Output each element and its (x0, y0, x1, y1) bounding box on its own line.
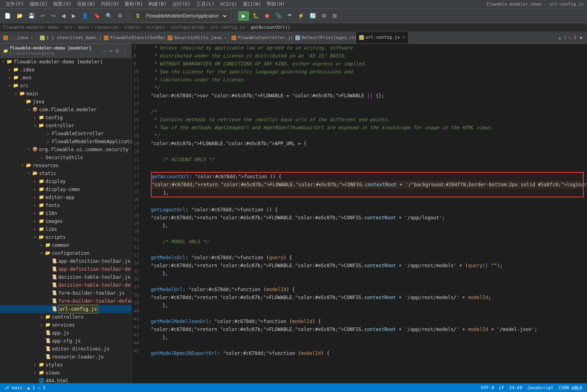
bookmark-btn[interactable]: 🔖 (92, 11, 102, 21)
status-git[interactable]: ⎇ main (4, 385, 22, 390)
tree-item-java[interactable]: 📂java (0, 98, 131, 106)
menu-view[interactable]: 视图(V) (51, 0, 74, 8)
tree-item-resources[interactable]: ▾📂resources (0, 162, 131, 169)
sidebar-more-btn[interactable]: ⋮ (121, 48, 128, 54)
open-btn[interactable]: 📁 (14, 11, 25, 21)
menu-build[interactable]: 构建(B) (146, 0, 169, 8)
tree-arrow-configuration[interactable]: ▾ (38, 249, 45, 257)
back-btn[interactable]: ◀ (59, 11, 68, 21)
tree-item-app-def-toolbar[interactable]: 📜app-definition-toolbar.js (0, 257, 131, 265)
tab-stencilset[interactable]: { } stencilset_bpmn.json × (37, 32, 101, 43)
tab-defaultprivileges[interactable]: DefaultPrivileges.class × (292, 32, 356, 43)
tree-arrow-static[interactable]: ▾ (26, 169, 32, 177)
tree-item-controller[interactable]: ▾📂controller (0, 122, 131, 130)
tree-item-main[interactable]: ▾📂main (0, 90, 131, 98)
tree-item-views[interactable]: ▸📁views (0, 369, 131, 377)
tree-item-display[interactable]: ▸📁display (0, 177, 131, 185)
tree-arrow-org-flowable[interactable]: ▾ (26, 146, 32, 154)
sidebar-collapse-btn[interactable]: — (101, 48, 108, 54)
tree-item-common[interactable]: ▸📁common (0, 241, 131, 249)
tree-arrow-com-flowable[interactable]: ▾ (26, 106, 32, 114)
tree-arrow-resources[interactable]: ▾ (19, 162, 26, 169)
sidebar-expand-btn[interactable]: ≡ (109, 48, 113, 54)
tree-item-decision-table-toolbar-default[interactable]: 📜decision-table-toolbar-default-actio... (0, 281, 131, 289)
new-file-btn[interactable]: 📄 (2, 11, 13, 21)
project-selector[interactable]: FlowableModelerDemoApplication (142, 11, 228, 21)
tree-arrow-controllers[interactable]: ▸ (38, 313, 45, 321)
git-update-button[interactable]: 🔄 (308, 11, 318, 21)
tree-item-fonts[interactable]: ▸📁fonts (0, 201, 131, 209)
forward-btn[interactable]: ▶ (69, 11, 78, 21)
bc-main[interactable]: main (78, 25, 89, 30)
menu-nav[interactable]: 导航(N) (75, 0, 98, 8)
tree-arrow-controller[interactable]: ▾ (32, 122, 38, 130)
bc-resources[interactable]: resources (95, 25, 119, 30)
grid-btn[interactable]: ⊞ (330, 11, 339, 21)
tree-item-FlowableController[interactable]: ☕FlowableController (0, 130, 131, 138)
tabs-menu-btn[interactable]: ▼ (577, 33, 585, 43)
tree-arrow-main[interactable]: ▾ (13, 90, 19, 98)
tree-arrow-src[interactable]: ▾ (6, 82, 13, 90)
tree-item-FlowableModelerDemoApplication[interactable]: ☕FlowableModelerDemoApplication (0, 138, 131, 146)
stop-button[interactable]: ⏹ (263, 11, 272, 21)
menu-file[interactable]: 文件(F) (3, 0, 26, 8)
tree-arrow-common[interactable]: ▸ (38, 241, 45, 249)
tree-item-root[interactable]: ▾📂flowable-modeler-demo [modeler] (0, 58, 131, 66)
tab-java[interactable]: ...java × (0, 32, 37, 43)
tree-arrow-display[interactable]: ▸ (32, 177, 38, 185)
tree-item-mvn[interactable]: ▸📁.mvn (0, 74, 131, 82)
tree-item-config[interactable]: ▸📁config (0, 114, 131, 122)
tab-secutils[interactable]: SecurityUtils.java × (164, 32, 228, 43)
file-tree[interactable]: ▾📂flowable-modeler-demo [modeler]▸📁.idea… (0, 58, 131, 392)
tree-item-com-flowable[interactable]: ▾📦com.flowable.modeler (0, 106, 131, 114)
tree-arrow-display-cmmn[interactable]: ▸ (32, 185, 38, 193)
tree-item-styles[interactable]: ▸📁styles (0, 361, 131, 369)
tree-arrow-editor-app[interactable]: ▸ (32, 193, 38, 201)
debug-button[interactable]: 🐛 (251, 11, 261, 21)
tree-item-editor-directives[interactable]: 📜editor-directives.js (0, 345, 131, 353)
sidebar-settings-btn[interactable]: ⚙ (114, 48, 121, 54)
tab-flowablecontroller[interactable]: FlowableController.java × (228, 32, 292, 43)
redo-btn[interactable]: ↪ (49, 11, 57, 21)
tree-item-editor-app[interactable]: ▸📁editor-app (0, 193, 131, 201)
menu-edit[interactable]: 编辑(E) (27, 0, 50, 8)
tree-arrow-fonts[interactable]: ▸ (32, 201, 38, 209)
tree-arrow-scripts[interactable]: ▾ (32, 233, 38, 241)
run-button[interactable]: ▶ (238, 11, 249, 21)
tree-arrow-styles[interactable]: ▸ (32, 361, 38, 369)
tab-flowablestencil[interactable]: FlowableStencilSetResource.java × (101, 32, 164, 43)
tree-arrow-root[interactable]: ▾ (0, 58, 6, 66)
tree-item-idea[interactable]: ▸📁.idea (0, 66, 131, 74)
tab-java-close[interactable]: × (30, 35, 33, 40)
tab-urlconfig[interactable]: url-config.js × (356, 32, 409, 43)
tree-item-org-flowable[interactable]: ▾📦org.flowable.ui.common.security (0, 146, 131, 154)
search-btn[interactable]: 🔍 (104, 11, 114, 21)
code-editor[interactable]: * Unless required by applicable law or a… (148, 44, 587, 383)
settings2-btn[interactable]: ⚙ (320, 11, 328, 21)
bc-static[interactable]: static (125, 25, 140, 30)
tree-arrow-idea[interactable]: ▸ (6, 66, 13, 74)
user-btn[interactable]: 👤 (80, 11, 90, 21)
menu-help[interactable]: 帮助(H) (264, 0, 287, 8)
menu-code[interactable]: 代码(O) (99, 0, 122, 8)
tree-item-i18n[interactable]: ▸📁i18n (0, 209, 131, 217)
menu-window[interactable]: 窗口(W) (241, 0, 264, 8)
tree-arrow-libs[interactable]: ▸ (32, 225, 38, 233)
tree-item-configuration[interactable]: ▾📂configuration (0, 249, 131, 257)
tree-item-app-js[interactable]: 📜app.js (0, 329, 131, 337)
menu-vcs[interactable]: VCS(S) (217, 1, 239, 8)
tree-arrow-config[interactable]: ▸ (32, 114, 38, 122)
tree-item-form-builder-toolbar[interactable]: 📜form-builder-toolbar.js (0, 289, 131, 297)
tree-arrow-i18n[interactable]: ▸ (32, 209, 38, 217)
menu-tools[interactable]: 工具(L) (194, 0, 217, 8)
tree-item-display-cmmn[interactable]: ▸📁display-cmmn (0, 185, 131, 193)
undo-btn[interactable]: ↩ (38, 11, 47, 21)
tree-arrow-services[interactable]: ▸ (38, 321, 45, 329)
bc-project[interactable]: flowable-modeler-demo (3, 25, 59, 30)
tree-item-services[interactable]: ▸📁services (0, 321, 131, 329)
tab-urlconfig-close[interactable]: × (402, 35, 405, 40)
tree-item-SecurityUtils[interactable]: ☕SecurityUtils (0, 154, 131, 162)
tree-item-controllers[interactable]: ▸📁controllers (0, 313, 131, 321)
tree-item-scripts[interactable]: ▾📂scripts (0, 233, 131, 241)
tree-item-app-cfg-js[interactable]: 📜app-cfg.js (0, 337, 131, 345)
